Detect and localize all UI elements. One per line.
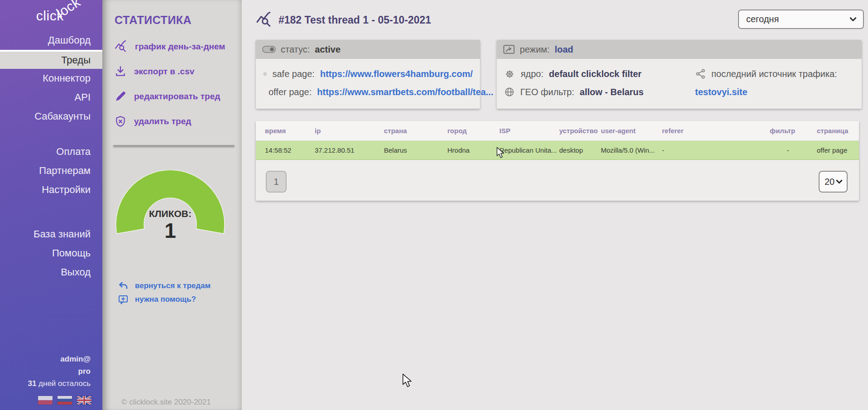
sidebar-item-knowledge-base[interactable]: База знаний — [0, 225, 102, 244]
mouse-cursor — [402, 373, 412, 388]
col-time: время — [256, 121, 315, 140]
shield-star-icon — [263, 68, 267, 80]
col-ip: ip — [315, 121, 384, 140]
sidebar-item-help[interactable]: Помощь — [0, 244, 102, 263]
period-select[interactable]: сегодня — [738, 10, 864, 29]
sidebar-item-api[interactable]: API — [0, 88, 102, 107]
menu-item-day-chart[interactable]: график день-за-днем — [115, 39, 225, 54]
page-1-button[interactable]: 1 — [266, 171, 287, 193]
cell-city: Hrodna — [447, 140, 499, 159]
cell-user-agent: Mozilla/5.0 (Win... — [601, 140, 662, 159]
account-plan: pro — [0, 365, 91, 377]
col-page: страница — [811, 121, 859, 140]
core-label: ядро: — [521, 69, 543, 79]
col-city: город — [447, 121, 499, 140]
cell-referer: - — [662, 140, 770, 159]
core-value: default clicklock filter — [549, 69, 642, 79]
box-arrow-icon — [503, 44, 515, 54]
statistics-menu: график день-за-днем экспорт в .csv редак… — [115, 39, 225, 139]
pencil-icon — [115, 91, 126, 102]
sidebar-item-settings[interactable]: Настройки — [0, 180, 102, 199]
language-switcher — [0, 390, 102, 410]
sidebar-item-connector[interactable]: Коннектор — [0, 69, 102, 88]
statistics-links: вернуться к тредам нужна помощь? — [118, 279, 211, 306]
mode-panel-header: режим: load — [497, 40, 862, 59]
menu-item-export-csv[interactable]: экспорт в .csv — [115, 64, 225, 79]
gauge-value: 1 — [164, 219, 176, 242]
cell-filter: - — [770, 140, 811, 159]
sidebar-item-threads[interactable]: Треды — [0, 50, 102, 69]
col-country: страна — [384, 121, 447, 140]
sidebar-nav: Дашборд Треды Коннектор API Сабакаунты О… — [0, 31, 102, 282]
gear-icon — [504, 68, 515, 80]
cell-ip: 37.212.80.51 — [315, 140, 384, 159]
need-help-link[interactable]: нужна помощь? — [118, 293, 211, 306]
col-isp: ISP — [499, 121, 559, 140]
col-user-agent: user-agent — [601, 121, 662, 140]
cell-country: Belarus — [384, 140, 447, 159]
offer-page-label: offer page: — [269, 87, 312, 97]
clicks-table-card: время ip страна город ISP устройство use… — [256, 121, 859, 201]
account-days-left: 31 дней осталось — [0, 377, 91, 390]
status-panel-header: статус: active — [256, 40, 480, 59]
menu-item-delete-thread[interactable]: удалить тред — [115, 114, 225, 129]
thread-title: #182 Test thread 1 - 05-10-2021 — [256, 12, 431, 28]
sidebar-item-payment[interactable]: Оплата — [0, 142, 102, 161]
uk-flag-icon[interactable] — [77, 396, 91, 405]
statistics-title: СТАТИСТИКА — [115, 14, 192, 27]
sidebar: clicklock Дашборд Треды Коннектор API Са… — [0, 0, 102, 410]
mode-panel: режим: load ядро: default clicklock filt… — [497, 40, 862, 109]
comment-plus-icon — [118, 294, 129, 305]
globe-icon — [504, 87, 515, 97]
divider — [113, 145, 235, 146]
mode-value: load — [555, 44, 573, 55]
sidebar-item-subaccounts[interactable]: Сабакаунты — [0, 107, 102, 126]
cell-device: desktop — [559, 140, 601, 159]
share-icon — [695, 68, 706, 79]
cell-page: offer page — [811, 140, 859, 159]
status-panel: статус: active safe page: https://www.fl… — [256, 40, 480, 109]
clicklock-logo[interactable]: clicklock — [36, 8, 89, 24]
clicks-table: время ip страна город ISP устройство use… — [256, 121, 859, 160]
safe-page-url[interactable]: https://www.flowers4hamburg.com/ — [320, 69, 473, 79]
safe-page-label: safe page: — [273, 69, 315, 79]
cell-time: 14:58:52 — [256, 140, 315, 159]
table-header-row: время ip страна город ISP устройство use… — [256, 121, 859, 140]
gauge-label: КЛИКОВ: — [149, 208, 192, 219]
last-source-label: последний источник трафика: — [711, 69, 837, 79]
col-referer: referer — [662, 121, 770, 140]
sidebar-item-partners[interactable]: Партнерам — [0, 161, 102, 180]
back-to-threads-link[interactable]: вернуться к тредам — [118, 279, 211, 293]
undo-arrow-icon — [118, 280, 129, 291]
chart-search-icon — [256, 12, 272, 28]
sidebar-item-logout[interactable]: Выход — [0, 263, 102, 282]
last-source-link[interactable]: testovyi.site — [695, 87, 748, 97]
poland-flag-icon[interactable] — [38, 396, 53, 405]
shield-x-icon — [115, 116, 126, 127]
account-email: admin@ — [0, 353, 91, 365]
page-title: #182 Test thread 1 - 05-10-2021 — [278, 14, 431, 26]
main-content: #182 Test thread 1 - 05-10-2021 сегодня … — [242, 0, 868, 410]
sidebar-item-dashboard[interactable]: Дашборд — [0, 31, 102, 50]
statistics-side-panel: СТАТИСТИКА график день-за-днем экспорт в… — [102, 0, 242, 410]
offer-page-url[interactable]: https://www.smartbets.com/football/tea..… — [317, 87, 493, 97]
geo-filter-value: allow - Belarus — [580, 87, 643, 97]
chevron-down-icon — [849, 17, 857, 22]
status-label: статус: — [281, 44, 310, 55]
account-info: admin@ pro 31 дней осталось — [0, 353, 102, 390]
table-row[interactable]: 14:58:52 37.212.80.51 Belarus Hrodna Rep… — [256, 140, 859, 159]
clicks-gauge: КЛИКОВ: 1 — [115, 170, 225, 247]
toggle-on-icon — [262, 45, 276, 53]
menu-item-edit-thread[interactable]: редактировать тред — [115, 89, 225, 104]
col-filter: фильтр — [770, 121, 811, 140]
mode-label: режим: — [520, 44, 550, 55]
page-size-select[interactable]: 20 — [819, 171, 848, 193]
russia-flag-icon[interactable] — [58, 396, 72, 405]
chevron-down-icon — [836, 179, 843, 184]
status-value: active — [315, 44, 340, 55]
col-device: устройство — [559, 121, 601, 140]
download-icon — [115, 66, 126, 77]
cell-isp: Republican Unita... — [499, 140, 559, 159]
geo-filter-label: ГЕО фильтр: — [520, 87, 574, 97]
copyright: © clicklock.site 2020-2021 — [121, 398, 211, 407]
